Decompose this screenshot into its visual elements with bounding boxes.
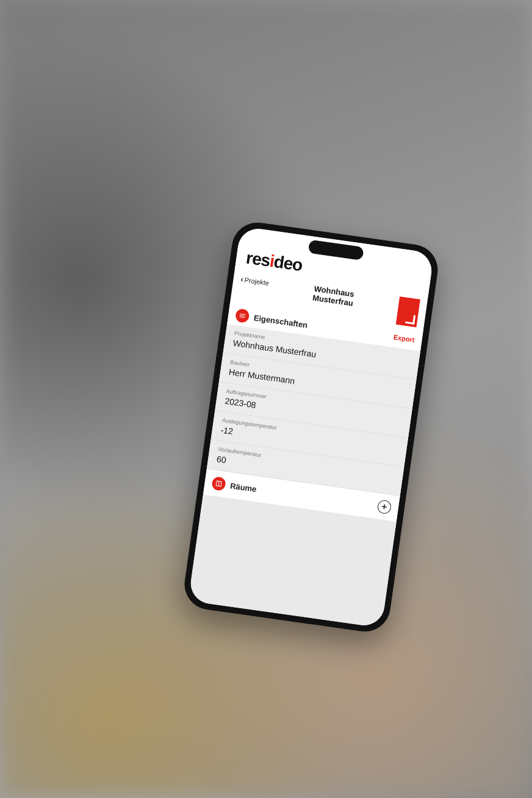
room-icon bbox=[211, 476, 226, 491]
list-icon bbox=[235, 308, 250, 323]
export-button[interactable]: Export bbox=[393, 333, 415, 343]
brand-mark-icon bbox=[396, 297, 420, 327]
back-label: Projekte bbox=[244, 276, 270, 287]
back-button[interactable]: ‹ Projekte bbox=[240, 275, 270, 287]
chevron-left-icon: ‹ bbox=[240, 275, 244, 284]
add-room-button[interactable]: + bbox=[377, 500, 392, 515]
properties-fields: Projektname Wohnhaus Musterfrau Bauherr … bbox=[188, 324, 420, 628]
